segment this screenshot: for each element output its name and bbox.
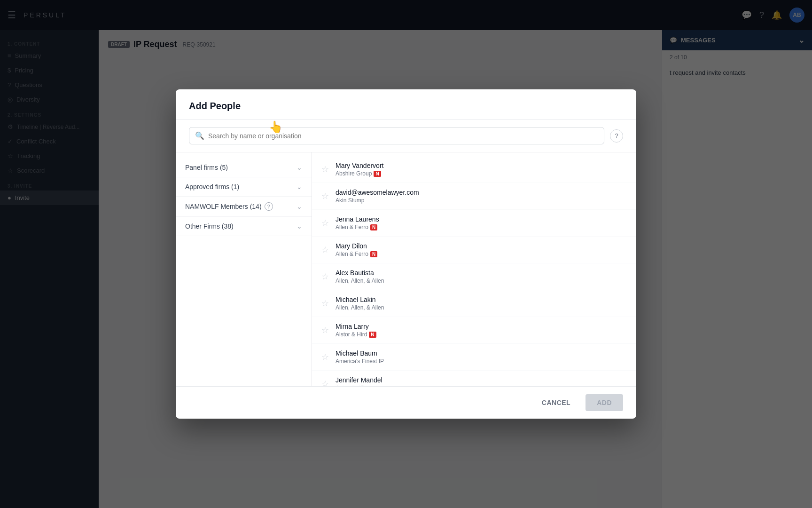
approved-firms-label: Approved firms (1) (185, 183, 239, 190)
search-icon: 🔍 (195, 131, 204, 140)
n-badge: N (370, 251, 377, 257)
person-info-jenna-laurens: Jenna Laurens Allen & Ferro N (336, 215, 627, 230)
modal-search-row: 🔍 ? (176, 119, 636, 152)
person-item-michael-baum[interactable]: ☆ Michael Baum America's Finest IP (312, 344, 636, 371)
modal-overlay: Add People 🔍 ? Panel firms (5) ⌄ (0, 0, 812, 508)
panel-firms-chevron: ⌄ (297, 164, 302, 171)
person-org: Allen & Ferro N (336, 224, 627, 230)
category-other-firms[interactable]: Other Firms (38) ⌄ (176, 217, 312, 236)
categories-panel: Panel firms (5) ⌄ Approved firms (1) ⌄ N… (176, 152, 312, 386)
person-info-mirna-larry: Mirna Larry Alstor & Hird N (336, 323, 627, 338)
person-name: Jenna Laurens (336, 215, 627, 223)
modal-body: Panel firms (5) ⌄ Approved firms (1) ⌄ N… (176, 152, 636, 386)
person-name: Michael Lakin (336, 296, 627, 303)
person-org: America's Finest IP (336, 358, 627, 365)
search-container[interactable]: 🔍 (189, 127, 604, 144)
modal-header: Add People (176, 89, 636, 119)
person-org: Allen & Ferro N (336, 251, 627, 257)
person-item-david[interactable]: ☆ david@awesomelawyer.com Akin Stump (312, 183, 636, 210)
search-input[interactable] (208, 132, 598, 140)
person-org: Alstor & Hird N (336, 331, 627, 338)
other-firms-chevron: ⌄ (297, 222, 302, 230)
person-info-david: david@awesomelawyer.com Akin Stump (336, 189, 627, 204)
category-namwolf-members[interactable]: NAMWOLF Members (14) ? ⌄ (176, 197, 312, 217)
approved-firms-chevron: ⌄ (297, 183, 302, 190)
person-name: david@awesomelawyer.com (336, 189, 627, 196)
star-icon-michael-baum[interactable]: ☆ (321, 352, 329, 362)
person-org: Abshire Group N (336, 170, 627, 177)
person-org: Akin Stump (336, 197, 627, 204)
person-item-michael-lakin[interactable]: ☆ Michael Lakin Allen, Allen, & Allen (312, 290, 636, 317)
namwolf-chevron: ⌄ (297, 203, 302, 210)
person-name: Alex Bautista (336, 269, 627, 277)
person-info-alex-bautista: Alex Bautista Allen, Allen, & Allen (336, 269, 627, 284)
person-item-mirna-larry[interactable]: ☆ Mirna Larry Alstor & Hird N (312, 317, 636, 344)
other-firms-label: Other Firms (38) (185, 222, 234, 230)
category-approved-firms[interactable]: Approved firms (1) ⌄ (176, 177, 312, 197)
person-info-jennifer-mandel: Jennifer Mandel Antarctic IP (336, 376, 627, 386)
person-item-mary-vandervort[interactable]: ☆ Mary Vandervort Abshire Group N (312, 156, 636, 183)
star-icon-jenna-laurens[interactable]: ☆ (321, 218, 329, 228)
person-item-jenna-laurens[interactable]: ☆ Jenna Laurens Allen & Ferro N (312, 210, 636, 237)
n-badge: N (374, 171, 381, 177)
person-name: Michael Baum (336, 349, 627, 357)
star-icon-jennifer-mandel[interactable]: ☆ (321, 379, 329, 386)
person-name: Mirna Larry (336, 323, 627, 330)
namwolf-label: NAMWOLF Members (14) (185, 203, 262, 210)
star-icon-mary-vandervort[interactable]: ☆ (321, 164, 329, 175)
star-icon-mirna-larry[interactable]: ☆ (321, 325, 329, 335)
modal-title: Add People (189, 101, 241, 111)
star-icon-mary-dilon[interactable]: ☆ (321, 245, 329, 255)
person-info-mary-vandervort: Mary Vandervort Abshire Group N (336, 162, 627, 177)
person-name: Mary Vandervort (336, 162, 627, 169)
add-button[interactable]: ADD (586, 394, 623, 411)
n-badge: N (369, 332, 376, 338)
namwolf-help-badge[interactable]: ? (265, 202, 273, 211)
modal-footer: CANCEL ADD (176, 386, 636, 419)
star-icon-alex-bautista[interactable]: ☆ (321, 271, 329, 282)
person-name: Jennifer Mandel (336, 376, 627, 384)
person-info-michael-baum: Michael Baum America's Finest IP (336, 349, 627, 365)
cancel-button[interactable]: CANCEL (532, 394, 580, 411)
person-org: Allen, Allen, & Allen (336, 278, 627, 284)
person-org: Allen, Allen, & Allen (336, 304, 627, 311)
person-name: Mary Dilon (336, 242, 627, 250)
person-info-mary-dilon: Mary Dilon Allen & Ferro N (336, 242, 627, 257)
add-people-modal: Add People 🔍 ? Panel firms (5) ⌄ (176, 89, 636, 419)
person-item-alex-bautista[interactable]: ☆ Alex Bautista Allen, Allen, & Allen (312, 263, 636, 290)
person-info-michael-lakin: Michael Lakin Allen, Allen, & Allen (336, 296, 627, 311)
star-icon-michael-lakin[interactable]: ☆ (321, 298, 329, 309)
person-item-jennifer-mandel[interactable]: ☆ Jennifer Mandel Antarctic IP (312, 371, 636, 386)
star-icon-david[interactable]: ☆ (321, 191, 329, 201)
person-item-mary-dilon[interactable]: ☆ Mary Dilon Allen & Ferro N (312, 237, 636, 263)
people-panel: ☆ Mary Vandervort Abshire Group N ☆ davi… (312, 152, 636, 386)
modal-help-icon[interactable]: ? (610, 129, 623, 143)
category-panel-firms[interactable]: Panel firms (5) ⌄ (176, 158, 312, 177)
panel-firms-label: Panel firms (5) (185, 164, 228, 171)
n-badge: N (370, 224, 377, 230)
